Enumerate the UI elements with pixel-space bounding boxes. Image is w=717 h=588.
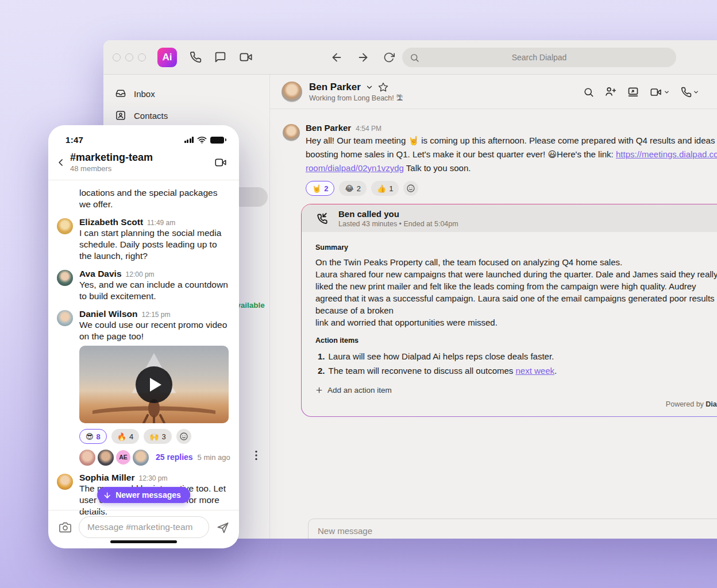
traffic-lights[interactable] (113, 53, 146, 61)
message-author: Daniel Wilson (79, 309, 137, 319)
action-item: 1.Laura will see how Dialpad Ai helps re… (315, 349, 717, 363)
message-continuation: locations and the special packages we of… (57, 187, 230, 210)
channel-title[interactable]: #marketing-team (70, 152, 153, 164)
conversation-title[interactable]: Ben Parker (309, 82, 361, 93)
meeting-link[interactable]: https://meetings.dialpad.com/ (616, 149, 717, 159)
avatar[interactable] (57, 474, 73, 490)
message-time: 4:54 PM (356, 125, 381, 133)
reactions-row: 😎8 🔥4 🙌3 (79, 429, 230, 444)
summary-text: On the Twin Peaks Property call, the tea… (315, 256, 717, 328)
avatar[interactable] (57, 270, 73, 286)
more-options-icon[interactable] (255, 450, 257, 461)
share-screen-icon[interactable] (627, 86, 639, 98)
action-item: 2.The team will reconvene to discuss all… (315, 363, 717, 378)
avatar[interactable] (282, 82, 302, 102)
reaction-pill[interactable]: 😂2 (339, 181, 366, 196)
message: Ben Parker 4:54 PM Hey all! Our team mee… (270, 109, 717, 196)
messages-tab-icon[interactable] (214, 51, 226, 63)
avatar[interactable] (57, 218, 73, 234)
add-reaction-icon[interactable] (176, 429, 191, 444)
global-search[interactable] (402, 48, 676, 67)
video-call-icon[interactable] (214, 157, 228, 168)
avatar-initials: AE (116, 450, 130, 465)
channel-members: 48 members (70, 164, 153, 173)
message-text: I can start planning the social media sc… (79, 227, 221, 262)
reaction-pill[interactable]: 🤘2 (306, 181, 334, 196)
play-button[interactable] (136, 366, 172, 403)
add-person-icon[interactable] (605, 86, 616, 98)
reaction-pill[interactable]: 🙌3 (144, 429, 171, 444)
phone-clock: 1:47 (65, 135, 83, 145)
newer-messages-button[interactable]: Newer messages (97, 487, 190, 503)
close-window-icon[interactable] (113, 53, 121, 61)
meetings-tab-icon[interactable] (239, 51, 253, 63)
logo-text: Ai (163, 52, 172, 63)
reaction-count: 2 (357, 184, 361, 193)
maximize-window-icon[interactable] (138, 53, 146, 61)
phone-status-bar: 1:47 (48, 125, 239, 145)
avatar[interactable] (57, 310, 73, 326)
replies-link[interactable]: 25 replies (156, 452, 193, 462)
reaction-count: 3 (162, 432, 166, 441)
message-text: Hey all! Our team meeting 🤘 is coming up… (306, 134, 717, 175)
mobile-phone-overlay: 1:47 #marketing-team 48 members location… (48, 125, 239, 548)
start-call-icon[interactable] (681, 87, 699, 98)
search-in-conversation-icon[interactable] (583, 87, 594, 98)
powered-by: Powered by Dialpad Ai (315, 400, 717, 408)
search-input[interactable] (402, 48, 676, 67)
user-status-text: Working from Long Beach! 🏝 (309, 94, 403, 102)
call-summary-card: Ben called you Lasted 43 minutes • Ended… (301, 204, 717, 417)
forward-icon[interactable] (357, 51, 369, 64)
reaction-pill[interactable]: 👍1 (371, 181, 399, 196)
message-composer[interactable] (308, 519, 717, 539)
call-card-header: Ben called you Lasted 43 minutes • Ended… (302, 204, 717, 232)
message-list: Ben Parker 4:54 PM Hey all! Our team mee… (270, 109, 717, 539)
sidebar-item-inbox[interactable]: Inbox (103, 83, 269, 105)
dialpad-ai-logo: Ai (157, 48, 177, 67)
add-action-item-button[interactable]: Add an action item (315, 386, 717, 394)
cell-signal-icon (184, 137, 194, 143)
back-icon[interactable] (330, 51, 343, 64)
message-input[interactable] (318, 526, 717, 536)
action-items-label: Action items (315, 336, 717, 345)
start-video-icon[interactable] (650, 87, 670, 98)
send-icon[interactable] (216, 520, 230, 534)
message-author: Elizabeth Scott (79, 217, 143, 227)
contacts-icon (115, 110, 126, 121)
reaction-pill[interactable]: 🔥4 (111, 429, 139, 444)
calls-tab-icon[interactable] (190, 51, 202, 63)
plus-icon (315, 386, 323, 394)
sidebar-item-contacts[interactable]: Contacts (103, 105, 269, 126)
message-time: 12:00 pm (126, 270, 155, 278)
back-chevron-icon[interactable] (55, 157, 67, 168)
call-card-subtitle: Lasted 43 minutes • Ended at 5:04pm (338, 220, 458, 228)
reaction-emoji: 🤘 (312, 184, 321, 193)
next-week-link[interactable]: next week (516, 366, 555, 376)
camera-icon[interactable] (59, 521, 72, 533)
meeting-link[interactable]: room/dialpad/02yn1vzydg (306, 163, 404, 173)
message-author: Sophia Miller (79, 473, 134, 483)
add-reaction-icon[interactable] (403, 181, 418, 196)
avatar[interactable] (283, 124, 300, 141)
chevron-down-icon[interactable] (365, 83, 373, 91)
video-attachment[interactable] (79, 346, 229, 423)
reaction-count: 4 (129, 432, 133, 441)
channel-message-list: locations and the special packages we of… (48, 180, 239, 517)
star-icon[interactable] (378, 82, 388, 92)
home-indicator[interactable] (110, 540, 177, 543)
thread-replies[interactable]: AE 25 replies 5 min ago (79, 448, 230, 466)
reaction-count: 8 (97, 432, 101, 441)
message-line: room/dialpad/02yn1vzydg Talk to you soon… (306, 161, 717, 175)
reaction-count: 1 (389, 184, 393, 193)
message: Daniel Wilson12:15 pm We could use our r… (57, 309, 230, 466)
minimize-window-icon[interactable] (125, 53, 133, 61)
phone-message-input[interactable] (79, 517, 209, 537)
message-author: Ben Parker (306, 123, 351, 133)
refresh-icon[interactable] (383, 52, 395, 63)
conversation-actions (583, 75, 699, 109)
titlebar: Ai (103, 40, 717, 75)
reaction-pill[interactable]: 😎8 (79, 429, 107, 444)
wifi-icon (197, 136, 207, 144)
channel-header: #marketing-team 48 members (48, 145, 239, 180)
call-card-title: Ben called you (338, 209, 458, 219)
